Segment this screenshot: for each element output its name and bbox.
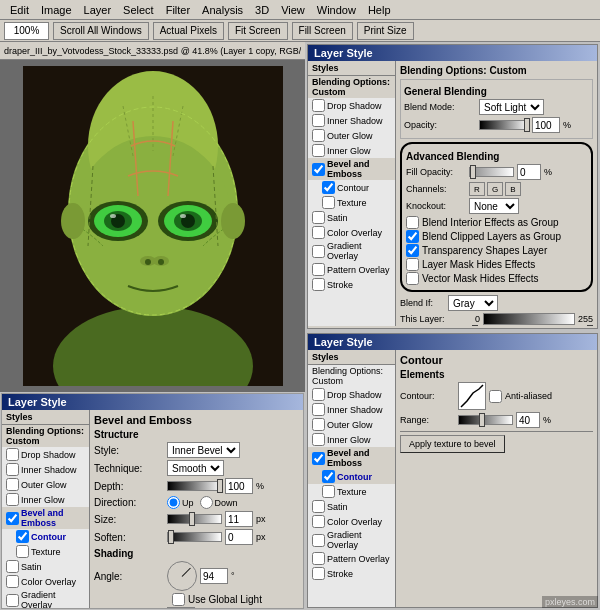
opacity-slider[interactable] bbox=[479, 120, 529, 130]
workspace: draper_III_by_Votvodess_Stock_33333.psd … bbox=[0, 42, 600, 610]
fit-screen-button[interactable]: Fit Screen bbox=[228, 22, 288, 40]
contour-thumb[interactable] bbox=[458, 382, 486, 410]
size-thumb[interactable] bbox=[189, 512, 195, 526]
top-style-inner-glow[interactable]: Inner Glow bbox=[308, 143, 395, 158]
br-style-color-overlay[interactable]: Color Overlay bbox=[308, 514, 395, 529]
top-style-bevel[interactable]: Bevel and Emboss bbox=[308, 158, 395, 180]
technique-select[interactable]: Smooth bbox=[167, 460, 224, 476]
direction-down[interactable]: Down bbox=[200, 496, 238, 509]
zoom-input[interactable] bbox=[4, 22, 49, 40]
top-style-blending-options[interactable]: Blending Options: Custom bbox=[308, 76, 395, 98]
menu-item-layer[interactable]: Layer bbox=[78, 3, 118, 17]
channel-r[interactable]: R bbox=[469, 182, 485, 196]
style-color-overlay-bl[interactable]: Color Overlay bbox=[2, 574, 89, 589]
top-style-pattern-overlay[interactable]: Pattern Overlay bbox=[308, 262, 395, 277]
depth-slider[interactable] bbox=[167, 481, 222, 491]
fill-screen-button[interactable]: Fill Screen bbox=[292, 22, 353, 40]
vector-mask-check[interactable] bbox=[406, 272, 419, 285]
top-right-panel-title: Layer Style bbox=[308, 45, 597, 61]
blend-interior-check-row: Blend Interior Effects as Group bbox=[406, 216, 587, 229]
altitude-input[interactable] bbox=[167, 607, 195, 609]
fill-opacity-input[interactable] bbox=[517, 164, 541, 180]
transparency-shapes-check[interactable] bbox=[406, 244, 419, 257]
fill-opacity-slider[interactable] bbox=[469, 167, 514, 177]
depth-thumb[interactable] bbox=[217, 479, 223, 493]
layer-mask-check[interactable] bbox=[406, 258, 419, 271]
style-select[interactable]: Inner Bevel bbox=[167, 442, 240, 458]
style-drop-shadow-bl[interactable]: Drop Shadow bbox=[2, 447, 89, 462]
size-input[interactable] bbox=[225, 511, 253, 527]
br-style-drop-shadow[interactable]: Drop Shadow bbox=[308, 387, 395, 402]
br-style-bevel[interactable]: Bevel and Emboss bbox=[308, 447, 395, 469]
channel-b[interactable]: B bbox=[505, 182, 521, 196]
print-size-button[interactable]: Print Size bbox=[357, 22, 414, 40]
menu-item-select[interactable]: Select bbox=[117, 3, 160, 17]
soften-slider[interactable] bbox=[167, 532, 222, 542]
style-gradient-overlay-bl[interactable]: Gradient Overlay bbox=[2, 589, 89, 609]
actual-pixels-button[interactable]: Actual Pixels bbox=[153, 22, 224, 40]
blend-if-row: Blend If: Gray bbox=[400, 295, 593, 311]
br-style-satin[interactable]: Satin bbox=[308, 499, 395, 514]
menu-item-3d[interactable]: 3D bbox=[249, 3, 275, 17]
opacity-input[interactable] bbox=[532, 117, 560, 133]
menu-item-analysis[interactable]: Analysis bbox=[196, 3, 249, 17]
blend-if-select[interactable]: Gray bbox=[448, 295, 498, 311]
depth-input[interactable] bbox=[225, 478, 253, 494]
top-style-satin[interactable]: Satin bbox=[308, 210, 395, 225]
style-satin-bl[interactable]: Satin bbox=[2, 559, 89, 574]
size-slider[interactable] bbox=[167, 514, 222, 524]
style-bevel-bl[interactable]: Bevel and Emboss bbox=[2, 507, 89, 529]
contour-anti-aliased-check[interactable] bbox=[489, 390, 502, 403]
range-input[interactable] bbox=[516, 412, 540, 428]
knockout-select[interactable]: None bbox=[469, 198, 519, 214]
scroll-all-button[interactable]: Scroll All Windows bbox=[53, 22, 149, 40]
style-blending-options-bl[interactable]: Blending Options: Custom bbox=[2, 425, 89, 447]
top-style-contour[interactable]: Contour bbox=[308, 180, 395, 195]
br-style-texture[interactable]: Texture bbox=[308, 484, 395, 499]
menu-item-help[interactable]: Help bbox=[362, 3, 397, 17]
soften-input[interactable] bbox=[225, 529, 253, 545]
top-style-drop-shadow[interactable]: Drop Shadow bbox=[308, 98, 395, 113]
this-layer-right-thumb[interactable] bbox=[587, 325, 593, 326]
top-style-outer-glow[interactable]: Outer Glow bbox=[308, 128, 395, 143]
blend-interior-check[interactable] bbox=[406, 216, 419, 229]
soften-thumb[interactable] bbox=[168, 530, 174, 544]
menu-item-edit[interactable]: Edit bbox=[4, 3, 35, 17]
top-style-color-overlay[interactable]: Color Overlay bbox=[308, 225, 395, 240]
range-slider[interactable] bbox=[458, 415, 513, 425]
global-light-check[interactable] bbox=[172, 593, 185, 606]
blend-clipped-check[interactable] bbox=[406, 230, 419, 243]
angle-wheel[interactable] bbox=[167, 561, 197, 591]
menu-item-window[interactable]: Window bbox=[311, 3, 362, 17]
style-texture-bl[interactable]: Texture bbox=[2, 544, 89, 559]
menu-item-view[interactable]: View bbox=[275, 3, 311, 17]
br-style-pattern-overlay[interactable]: Pattern Overlay bbox=[308, 551, 395, 566]
range-unit: % bbox=[543, 415, 551, 425]
angle-input[interactable] bbox=[200, 568, 228, 584]
br-style-inner-shadow[interactable]: Inner Shadow bbox=[308, 402, 395, 417]
top-style-gradient-overlay[interactable]: Gradient Overlay bbox=[308, 240, 395, 262]
br-style-stroke[interactable]: Stroke bbox=[308, 566, 395, 581]
top-style-inner-shadow[interactable]: Inner Shadow bbox=[308, 113, 395, 128]
style-inner-shadow-bl[interactable]: Inner Shadow bbox=[2, 462, 89, 477]
canvas-area[interactable]: Oly bbox=[0, 60, 305, 392]
channel-g[interactable]: G bbox=[487, 182, 503, 196]
menu-item-image[interactable]: Image bbox=[35, 3, 78, 17]
this-layer-left-thumb[interactable] bbox=[472, 325, 478, 326]
menu-item-filter[interactable]: Filter bbox=[160, 3, 196, 17]
this-layer-slider[interactable] bbox=[483, 313, 575, 325]
br-style-outer-glow[interactable]: Outer Glow bbox=[308, 417, 395, 432]
blend-mode-select[interactable]: Soft Light bbox=[479, 99, 544, 115]
br-style-blending-options[interactable]: Blending Options: Custom bbox=[308, 365, 395, 387]
top-style-texture[interactable]: Texture bbox=[308, 195, 395, 210]
top-style-stroke[interactable]: Stroke bbox=[308, 277, 395, 292]
apply-texture-button[interactable]: Apply texture to bevel bbox=[400, 435, 505, 453]
style-outer-glow-bl[interactable]: Outer Glow bbox=[2, 477, 89, 492]
br-style-inner-glow[interactable]: Inner Glow bbox=[308, 432, 395, 447]
br-style-gradient-overlay[interactable]: Gradient Overlay bbox=[308, 529, 395, 551]
direction-up[interactable]: Up bbox=[167, 496, 194, 509]
style-contour-bl[interactable]: Contour bbox=[2, 529, 89, 544]
br-style-contour[interactable]: Contour bbox=[308, 469, 395, 484]
structure-title: Structure bbox=[94, 429, 299, 440]
style-inner-glow-bl[interactable]: Inner Glow bbox=[2, 492, 89, 507]
